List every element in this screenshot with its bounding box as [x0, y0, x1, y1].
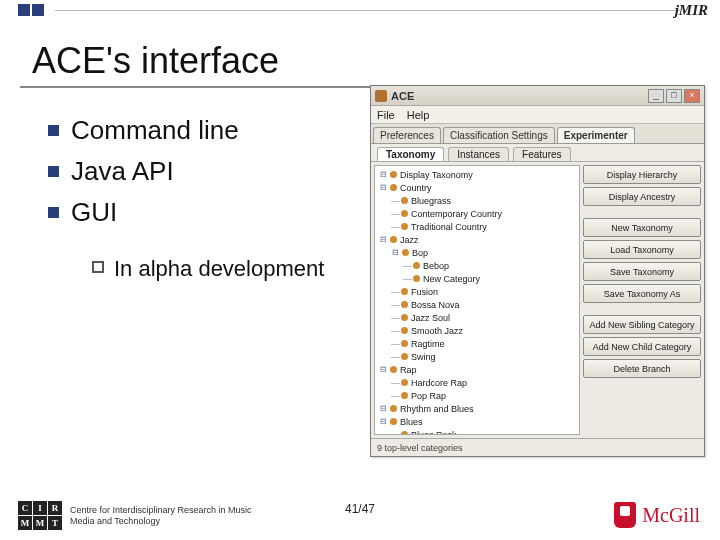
window-title: ACE — [391, 90, 648, 102]
slide-title: ACE's interface — [32, 40, 279, 82]
tree-node-icon — [390, 366, 397, 373]
tree-node[interactable]: —Ragtime — [391, 337, 577, 350]
status-bar: 9 top-level categories — [371, 438, 704, 456]
tree-node-icon — [401, 431, 408, 435]
tree-node[interactable]: ⊟Rap — [379, 363, 577, 376]
tree-node-icon — [401, 223, 408, 230]
tree-branch-icon: — — [391, 391, 399, 401]
titlebar[interactable]: ACE _ □ × — [371, 86, 704, 106]
tree-node-icon — [401, 197, 408, 204]
tree-node-label: Fusion — [411, 287, 438, 297]
java-icon — [375, 90, 387, 102]
tab-preferences[interactable]: Preferences — [373, 127, 441, 143]
tree-expand-icon[interactable]: ⊟ — [379, 404, 388, 413]
save-taxonomy-as-button[interactable]: Save Taxonomy As — [583, 284, 701, 303]
cirmmt-letter: I — [33, 501, 47, 515]
tree-branch-icon: — — [391, 287, 399, 297]
tree-node[interactable]: —Bossa Nova — [391, 298, 577, 311]
tree-node-label: Rap — [400, 365, 417, 375]
cirmmt-letter: M — [18, 516, 32, 530]
tree-node-icon — [402, 249, 409, 256]
tree-expand-icon[interactable]: ⊟ — [379, 170, 388, 179]
tree-node-label: New Category — [423, 274, 480, 284]
tree-node-label: Blues Rock — [411, 430, 457, 436]
tree-expand-icon[interactable]: ⊟ — [379, 183, 388, 192]
tree-node[interactable]: ⊟Country — [379, 181, 577, 194]
sub-bullet-list: In alpha development — [92, 255, 372, 287]
cirmmt-text: Centre for Interdisciplinary Research in… — [70, 505, 260, 526]
tree-node-icon — [401, 392, 408, 399]
tree-node-label: Jazz — [400, 235, 419, 245]
tree-node[interactable]: —Pop Rap — [391, 389, 577, 402]
tree-branch-icon: — — [391, 326, 399, 336]
mcgill-text: McGill — [642, 504, 700, 527]
tree-node[interactable]: —Blues Rock — [391, 428, 577, 435]
menu-help[interactable]: Help — [407, 109, 430, 121]
tree-node-label: Traditional Country — [411, 222, 487, 232]
tree-node-icon — [401, 288, 408, 295]
tree-node[interactable]: ⊟Bop — [391, 246, 577, 259]
tree-node[interactable]: —Jazz Soul — [391, 311, 577, 324]
tree-node[interactable]: ⊟Display Taxonomy — [379, 168, 577, 181]
subtab-instances[interactable]: Instances — [448, 147, 509, 161]
tree-expand-icon[interactable]: ⊟ — [379, 417, 388, 426]
cirmmt-logo: C I R M M T Centre for Interdisciplinary… — [18, 501, 260, 530]
tree-node-icon — [401, 314, 408, 321]
tree-node-icon — [390, 405, 397, 412]
add-child-category-button[interactable]: Add New Child Category — [583, 337, 701, 356]
tree-node[interactable]: —Fusion — [391, 285, 577, 298]
sub-bullet-text: In alpha development — [114, 255, 324, 283]
tree-node[interactable]: ⊟Rhythm and Blues — [379, 402, 577, 415]
open-square-bullet-icon — [92, 261, 104, 273]
tree-node[interactable]: —Bluegrass — [391, 194, 577, 207]
minimize-button[interactable]: _ — [648, 89, 664, 103]
cirmmt-letter: T — [48, 516, 62, 530]
tree-node[interactable]: —Swing — [391, 350, 577, 363]
tree-node[interactable]: ⊟Jazz — [379, 233, 577, 246]
tree-node-label: Bossa Nova — [411, 300, 460, 310]
tree-node-label: Pop Rap — [411, 391, 446, 401]
sub-tabs: Taxonomy Instances Features — [371, 144, 704, 162]
tree-node-label: Jazz Soul — [411, 313, 450, 323]
jmir-logo: jMIR — [675, 2, 708, 19]
new-taxonomy-button[interactable]: New Taxonomy — [583, 218, 701, 237]
save-taxonomy-button[interactable]: Save Taxonomy — [583, 262, 701, 281]
tree-expand-icon[interactable]: ⊟ — [379, 235, 388, 244]
tab-classification-settings[interactable]: Classification Settings — [443, 127, 555, 143]
cirmmt-letter: C — [18, 501, 32, 515]
tree-node[interactable]: —Contemporary Country — [391, 207, 577, 220]
tree-node-label: Country — [400, 183, 432, 193]
menu-file[interactable]: File — [377, 109, 395, 121]
display-ancestry-button[interactable]: Display Ancestry — [583, 187, 701, 206]
tree-node-icon — [390, 171, 397, 178]
load-taxonomy-button[interactable]: Load Taxonomy — [583, 240, 701, 259]
top-line — [55, 10, 680, 11]
tree-branch-icon: — — [403, 261, 411, 271]
maximize-button[interactable]: □ — [666, 89, 682, 103]
tab-experimenter[interactable]: Experimenter — [557, 127, 635, 143]
subtab-taxonomy[interactable]: Taxonomy — [377, 147, 444, 161]
delete-branch-button[interactable]: Delete Branch — [583, 359, 701, 378]
tree-node[interactable]: ⊟Blues — [379, 415, 577, 428]
tree-node-icon — [401, 353, 408, 360]
tree-node[interactable]: —New Category — [403, 272, 577, 285]
tree-branch-icon: — — [391, 209, 399, 219]
taxonomy-tree[interactable]: ⊟Display Taxonomy⊟Country—Bluegrass—Cont… — [374, 165, 580, 435]
close-button[interactable]: × — [684, 89, 700, 103]
cirmmt-letter: M — [33, 516, 47, 530]
square-bullet-icon — [48, 166, 59, 177]
display-hierarchy-button[interactable]: Display Hierarchy — [583, 165, 701, 184]
tree-node-label: Smooth Jazz — [411, 326, 463, 336]
bullet-text: GUI — [71, 197, 117, 228]
tree-node-icon — [401, 340, 408, 347]
tree-node[interactable]: —Smooth Jazz — [391, 324, 577, 337]
tree-branch-icon: — — [391, 222, 399, 232]
add-sibling-category-button[interactable]: Add New Sibling Category — [583, 315, 701, 334]
tree-node[interactable]: —Traditional Country — [391, 220, 577, 233]
tree-node[interactable]: —Hardcore Rap — [391, 376, 577, 389]
tree-node[interactable]: —Bebop — [403, 259, 577, 272]
side-buttons: Display Hierarchy Display Ancestry New T… — [583, 165, 701, 435]
tree-expand-icon[interactable]: ⊟ — [391, 248, 400, 257]
subtab-features[interactable]: Features — [513, 147, 570, 161]
tree-expand-icon[interactable]: ⊟ — [379, 365, 388, 374]
